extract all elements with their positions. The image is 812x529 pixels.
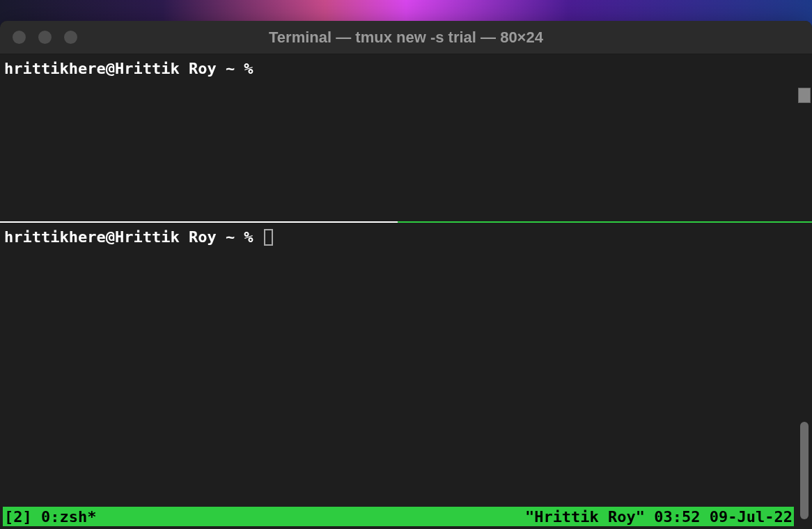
- close-button[interactable]: [13, 31, 26, 44]
- terminal-body[interactable]: hrittikhere@Hrittik Roy ~ % hrittikhere@…: [0, 54, 812, 529]
- minimize-button[interactable]: [38, 31, 52, 44]
- maximize-button[interactable]: [64, 31, 77, 44]
- tmux-pane-bottom[interactable]: hrittikhere@Hrittik Roy ~ %: [0, 223, 812, 529]
- window-title: Terminal — tmux new -s trial — 80×24: [269, 29, 543, 47]
- tmux-status-right: "Hrittik Roy" 03:52 09-Jul-22: [525, 508, 793, 526]
- terminal-window: Terminal — tmux new -s trial — 80×24 hri…: [0, 21, 812, 529]
- scrollbar[interactable]: [798, 88, 811, 526]
- scroll-marker-icon: [798, 88, 811, 103]
- tmux-status-left: [2] 0:zsh*: [4, 508, 96, 526]
- scroll-thumb[interactable]: [800, 422, 809, 519]
- terminal-cursor: [264, 229, 273, 246]
- tmux-status-bar[interactable]: [2] 0:zsh* "Hrittik Roy" 03:52 09-Jul-22: [3, 507, 794, 526]
- shell-prompt: hrittikhere@Hrittik Roy ~ %: [4, 228, 263, 246]
- tmux-pane-top[interactable]: hrittikhere@Hrittik Roy ~ %: [0, 54, 812, 221]
- shell-prompt: hrittikhere@Hrittik Roy ~ %: [4, 60, 253, 77]
- titlebar[interactable]: Terminal — tmux new -s trial — 80×24: [0, 21, 812, 54]
- traffic-lights: [13, 31, 77, 44]
